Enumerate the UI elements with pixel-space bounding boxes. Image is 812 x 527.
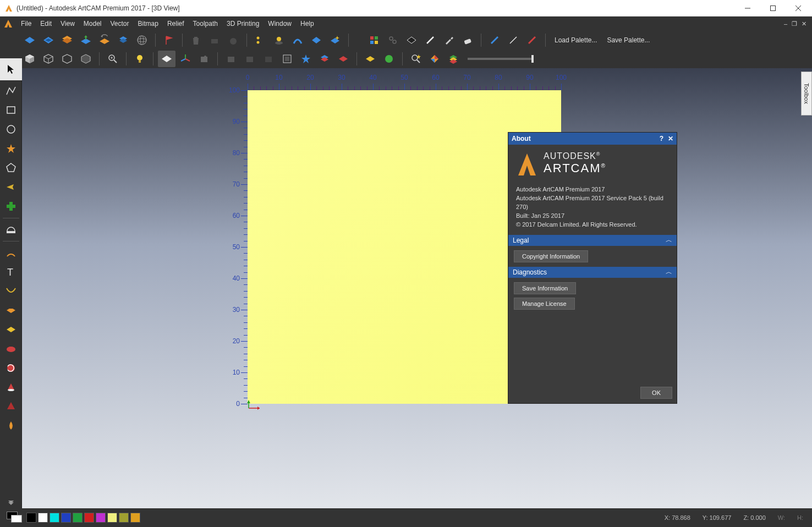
layer-white-icon[interactable] [158, 51, 175, 67]
save-palette-button[interactable]: Save Palette... [602, 36, 654, 44]
layer-yellow-icon[interactable] [361, 51, 379, 67]
menu-toolpath[interactable]: Toolpath [189, 17, 222, 31]
window-minimize-button[interactable] [735, 0, 760, 17]
puzzle-icon[interactable] [195, 51, 213, 67]
color-swatch-9[interactable] [130, 513, 140, 523]
app-menu-logo-icon[interactable] [3, 19, 13, 29]
cube-wire-1-icon[interactable] [40, 51, 57, 67]
brush-blue-icon[interactable] [486, 32, 503, 48]
polyline-tool-icon[interactable] [1, 81, 21, 100]
color-swatch-7[interactable] [107, 513, 117, 523]
diamond-multi-icon[interactable] [426, 51, 443, 67]
globe-icon[interactable] [133, 32, 151, 48]
menu-vector[interactable]: Vector [106, 17, 134, 31]
color-swatch-0[interactable] [26, 513, 36, 523]
circle-green-icon[interactable] [380, 51, 398, 67]
relief-stack-icon[interactable] [114, 32, 132, 48]
load-palette-button[interactable]: Load Palette... [550, 36, 601, 44]
window-maximize-button[interactable] [760, 0, 786, 17]
brush-red-icon[interactable] [523, 32, 541, 48]
rotate-red-tool-icon[interactable] [1, 359, 21, 377]
relief-rotate-icon[interactable] [96, 32, 113, 48]
about-diagnostics-header[interactable]: Diagnostics︿ [508, 267, 677, 278]
about-titlebar[interactable]: About ? ✕ [508, 133, 677, 145]
sphere-split-icon[interactable] [270, 32, 288, 48]
circle-tool-icon[interactable] [1, 120, 21, 139]
eyedropper-icon[interactable] [440, 32, 458, 48]
relief-layers-orange-icon[interactable] [58, 32, 76, 48]
fill-layer-icon[interactable] [403, 32, 420, 48]
dots-yellow-icon[interactable] [251, 32, 269, 48]
layer-blue-icon[interactable] [308, 32, 325, 48]
cone-tool-icon[interactable] [1, 378, 21, 397]
layer-sparkle-icon[interactable] [326, 32, 344, 48]
arc-tool-icon[interactable] [1, 243, 21, 262]
box-3-icon[interactable] [260, 51, 277, 67]
relief-orange-tool-icon[interactable] [1, 301, 21, 320]
star-tool-icon[interactable] [1, 139, 21, 158]
color-swatch-4[interactable] [73, 513, 83, 523]
menu-file[interactable]: File [17, 17, 36, 31]
relief-blue-1-icon[interactable] [21, 32, 39, 48]
about-ok-button[interactable]: OK [640, 387, 672, 399]
menu-view[interactable]: View [56, 17, 79, 31]
about-legal-header[interactable]: Legal︿ [508, 235, 677, 246]
box-2-icon[interactable] [241, 51, 259, 67]
rectangle-tool-icon[interactable] [1, 101, 21, 119]
select-tool-button[interactable] [0, 58, 22, 80]
layer-red-icon[interactable] [334, 51, 352, 67]
relief-up-icon[interactable] [77, 32, 95, 48]
text-tool-icon[interactable]: T [1, 262, 21, 281]
link-icon[interactable] [384, 32, 402, 48]
arrow-tool-icon[interactable] [1, 178, 21, 196]
menu-bitmap[interactable]: Bitmap [134, 17, 163, 31]
color-swatch-3[interactable] [61, 513, 71, 523]
zoom-star-icon[interactable] [407, 51, 425, 67]
toolbox-panel-tab[interactable]: Toolbox [801, 72, 812, 116]
menu-help[interactable]: Help [296, 17, 319, 31]
zoom-icon[interactable] [104, 51, 122, 67]
menu-3d-printing[interactable]: 3D Printing [222, 17, 264, 31]
color-swatch-1[interactable] [38, 513, 48, 523]
manage-license-button[interactable]: Manage License [514, 298, 575, 310]
layers-color-icon[interactable] [445, 51, 462, 67]
measure-tool-icon[interactable] [1, 220, 21, 239]
save-information-button[interactable]: Save Information [514, 282, 576, 294]
opacity-slider[interactable] [468, 58, 534, 60]
flag-icon[interactable] [160, 32, 178, 48]
cube-wire-3-icon[interactable] [77, 51, 95, 67]
trash-icon[interactable] [187, 32, 205, 48]
box-select-icon[interactable] [278, 51, 296, 67]
curve-blue-icon[interactable] [289, 32, 306, 48]
axes-icon[interactable] [177, 51, 194, 67]
menu-window[interactable]: Window [264, 17, 296, 31]
relief-yellow-tool-icon[interactable] [1, 320, 21, 339]
color-swatch-6[interactable] [96, 513, 106, 523]
3d-viewport[interactable]: 0102030405060708090100 01020304050607080… [22, 68, 812, 508]
mdi-close-icon[interactable]: ✕ [802, 20, 806, 28]
menu-model[interactable]: Model [79, 17, 106, 31]
window-close-button[interactable] [786, 0, 811, 17]
mdi-minimize-icon[interactable]: – [784, 20, 787, 28]
mdi-restore-icon[interactable]: ❐ [792, 20, 797, 28]
lightbulb-icon[interactable] [131, 51, 149, 67]
relief-blue-2-icon[interactable] [40, 32, 57, 48]
menu-relief[interactable]: Relief [163, 17, 189, 31]
about-help-icon[interactable]: ? [660, 135, 663, 142]
star-blue-icon[interactable] [297, 51, 315, 67]
cube-solid-icon[interactable] [21, 51, 39, 67]
drop-tool-icon[interactable] [1, 416, 21, 435]
expand-icon[interactable] [1, 497, 21, 508]
line-white-icon[interactable] [504, 32, 522, 48]
cube-wire-2-icon[interactable] [58, 51, 76, 67]
about-close-icon[interactable]: ✕ [668, 135, 673, 142]
polygon-tool-icon[interactable] [1, 158, 21, 177]
eraser-icon[interactable] [459, 32, 476, 48]
brush-white-icon[interactable] [421, 32, 439, 48]
color-grid-icon[interactable] [365, 32, 383, 48]
copyright-info-button[interactable]: Copyright Information [514, 250, 588, 262]
smooth-red-tool-icon[interactable] [1, 339, 21, 358]
box-1-icon[interactable] [222, 51, 240, 67]
curve-tool-icon[interactable] [1, 282, 21, 300]
menu-edit[interactable]: Edit [36, 17, 56, 31]
